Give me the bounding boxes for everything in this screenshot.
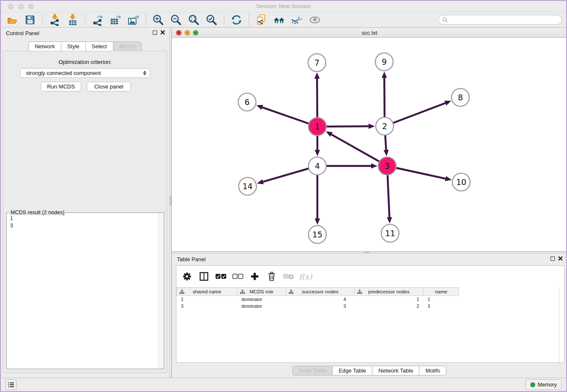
- delete-column-trash-icon[interactable]: [266, 271, 277, 282]
- cell-shared-name: 1: [177, 296, 237, 303]
- zoom-fit-icon[interactable]: [187, 14, 200, 26]
- edge-arrowhead: [371, 163, 377, 168]
- memory-label: Memory: [538, 382, 557, 388]
- run-mcds-button[interactable]: Run MCDS: [41, 82, 81, 91]
- edge-arrowhead: [314, 72, 319, 79]
- cell-successor-nodes: 3: [286, 303, 355, 309]
- select-all-checked-icon[interactable]: [215, 271, 226, 282]
- mcds-tab-content: Optimization criterion: strongly connect…: [3, 51, 167, 373]
- criterion-dropdown[interactable]: strongly connected component: [20, 68, 150, 78]
- node-label-2: 2: [382, 121, 387, 131]
- list-icon: [8, 382, 14, 388]
- cell-MCDS-role: dominator: [237, 303, 286, 309]
- network-graph[interactable]: 7968124314101511: [172, 38, 566, 251]
- tab-select[interactable]: Select: [85, 41, 113, 51]
- table-panel-title: Table Panel: [177, 256, 206, 262]
- export-image-icon[interactable]: [127, 14, 140, 26]
- tab-mcds[interactable]: MCDS: [113, 41, 142, 51]
- edge-3-1[interactable]: [331, 135, 387, 166]
- save-session-icon[interactable]: [24, 14, 36, 26]
- dropdown-stepper-icon: [143, 71, 146, 75]
- cell-name: 1: [424, 296, 459, 303]
- toolbar-separator: [249, 14, 249, 26]
- clone-network-icon[interactable]: [255, 14, 268, 26]
- deselect-all-unchecked-icon[interactable]: [232, 271, 243, 282]
- search-icon: [442, 17, 448, 23]
- edge-arrowhead: [445, 176, 452, 181]
- column-header-successor-nodes[interactable]: successor nodes: [286, 288, 355, 296]
- table-scrollbar[interactable]: [559, 287, 564, 362]
- edge-arrowhead: [315, 150, 320, 156]
- edge-arrowhead: [387, 217, 392, 224]
- close-panel-icon[interactable]: [558, 256, 563, 261]
- hide-unhide-eye-icon[interactable]: [291, 14, 303, 26]
- node-label-14: 14: [242, 182, 253, 191]
- splitter-handle[interactable]: [364, 252, 369, 253]
- float-panel-icon[interactable]: [550, 257, 555, 261]
- tab-network-table[interactable]: Network Table: [372, 366, 419, 375]
- tab-style[interactable]: Style: [61, 41, 86, 51]
- search-field[interactable]: [438, 15, 562, 25]
- float-panel-icon[interactable]: [153, 30, 157, 35]
- search-input[interactable]: [448, 16, 561, 24]
- zoom-in-icon[interactable]: [152, 14, 165, 26]
- toolbar-separator: [146, 14, 146, 26]
- control-panel-tabs: NetworkStyleSelectMCDS: [1, 41, 169, 51]
- tab-edge-table[interactable]: Edge Table: [332, 366, 372, 375]
- main-toolbar: [1, 12, 566, 28]
- edge-arrowhead: [444, 101, 451, 106]
- table-settings-gear-icon[interactable]: [182, 271, 193, 282]
- zoom-out-icon[interactable]: [170, 14, 182, 26]
- edge-arrowhead: [369, 124, 375, 129]
- open-session-icon[interactable]: [6, 14, 19, 26]
- table-row[interactable]: 1dominator411: [177, 296, 459, 303]
- add-column-plus-icon[interactable]: [249, 271, 260, 282]
- control-panel-header: Control Panel: [1, 28, 169, 39]
- splitter-handle[interactable]: [170, 196, 171, 205]
- column-header-name[interactable]: name: [424, 288, 459, 296]
- function-builder-fx-icon[interactable]: f(x): [300, 271, 311, 282]
- edge-arrowhead: [382, 72, 387, 78]
- export-table-icon[interactable]: [109, 14, 122, 26]
- zoom-selected-icon[interactable]: [205, 14, 218, 26]
- column-header-predecessor-nodes[interactable]: predecessor nodes: [355, 288, 424, 296]
- import-network-icon[interactable]: [49, 14, 61, 26]
- column-header-shared-name[interactable]: shared name: [177, 288, 237, 296]
- table-tabs: Node TableEdge TableNetwork TableMotifs: [172, 366, 567, 375]
- node-label-7: 7: [314, 58, 319, 67]
- cell-shared-name: 3: [177, 303, 237, 309]
- status-bar: Memory: [1, 378, 566, 391]
- tab-motifs[interactable]: Motifs: [419, 366, 446, 375]
- apply-layout-home-icon[interactable]: [273, 14, 286, 26]
- column-panes-icon[interactable]: [198, 271, 209, 282]
- show-all-eye-icon[interactable]: [308, 14, 321, 26]
- table-panel-header: Table Panel: [172, 254, 567, 265]
- import-table-icon[interactable]: [66, 14, 79, 26]
- memory-button[interactable]: Memory: [526, 379, 561, 390]
- edge-2-8[interactable]: [385, 103, 445, 126]
- delete-table-icon[interactable]: [283, 271, 294, 282]
- task-history-button[interactable]: [6, 379, 17, 390]
- refresh-view-icon[interactable]: [230, 14, 243, 26]
- close-panel-icon[interactable]: [160, 30, 165, 35]
- export-network-icon[interactable]: [91, 14, 104, 26]
- main-area: Control Panel NetworkStyleSelectMCDS Opt…: [1, 28, 566, 379]
- table-row[interactable]: 3dominator323: [177, 303, 459, 309]
- result-line: 3: [7, 222, 164, 229]
- app-titlebar: Session: New Session: [1, 1, 566, 12]
- node-label-9: 9: [382, 57, 387, 66]
- edge-arrowhead: [256, 105, 263, 110]
- edge-arrowhead: [383, 150, 388, 156]
- tab-node-table[interactable]: Node Table: [292, 366, 333, 375]
- cell-predecessor-nodes: 2: [355, 303, 424, 309]
- result-scrollbar[interactable]: [158, 213, 164, 369]
- node-label-10: 10: [456, 177, 466, 187]
- network-canvas[interactable]: 7968124314101511: [172, 38, 567, 251]
- toolbar-separator: [85, 14, 85, 26]
- mcds-result-list[interactable]: 13: [7, 213, 164, 369]
- tab-network[interactable]: Network: [28, 41, 61, 51]
- node-table: shared nameMCDS rolesuccessor nodesprede…: [176, 287, 459, 309]
- close-panel-button[interactable]: Close panel: [87, 82, 131, 91]
- table-toolbar: f(x): [176, 266, 564, 287]
- column-header-MCDS-role[interactable]: MCDS role: [237, 288, 286, 296]
